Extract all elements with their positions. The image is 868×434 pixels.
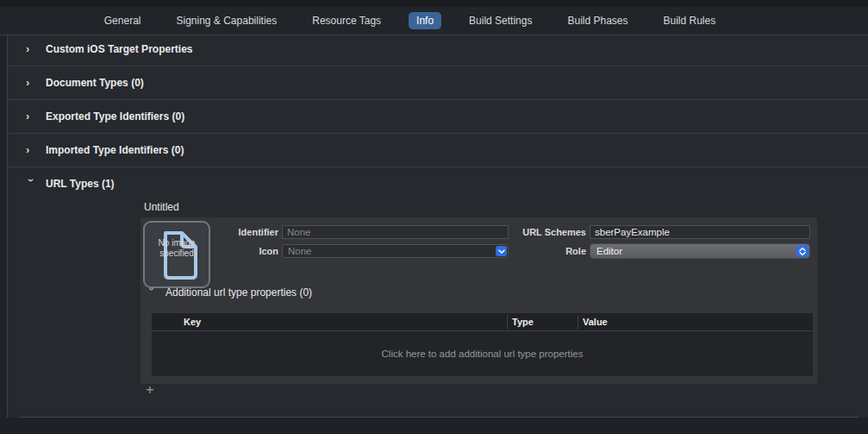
tab-general[interactable]: General — [97, 12, 149, 29]
url-schemes-input[interactable] — [590, 225, 810, 239]
add-url-type-button[interactable]: + — [143, 382, 157, 398]
section-imported-type-identifiers[interactable]: › Imported Type Identifiers (0) — [8, 133, 868, 167]
column-header-value: Value — [583, 313, 608, 331]
role-label: Role — [483, 245, 586, 258]
tab-info[interactable]: Info — [409, 12, 441, 29]
chevron-right-icon: › — [26, 43, 38, 54]
section-exported-type-identifiers[interactable]: › Exported Type Identifiers (0) — [8, 99, 868, 133]
no-image-specified-label: No image specified — [145, 238, 209, 259]
editor-left-gutter — [0, 35, 7, 434]
tab-signing-capabilities[interactable]: Signing & Capabilities — [168, 12, 284, 29]
role-popup-button[interactable]: Editor — [590, 243, 810, 259]
chevron-down-icon: › — [146, 287, 158, 298]
section-url-types[interactable]: › URL Types (1) — [8, 167, 868, 200]
window-top-strip — [0, 0, 868, 7]
table-header-row: Key Type Value — [152, 313, 813, 331]
section-custom-ios-target-properties[interactable]: › Custom iOS Target Properties — [8, 32, 868, 66]
section-label: Exported Type Identifiers (0) — [46, 110, 184, 123]
icon-combo-value: None — [288, 246, 312, 256]
section-label: Imported Type Identifiers (0) — [46, 144, 184, 156]
section-label: Document Types (0) — [46, 77, 144, 89]
chevron-right-icon: › — [26, 77, 38, 88]
identifier-label: Identifier — [141, 226, 278, 239]
chevron-down-icon: › — [26, 179, 37, 191]
chevron-right-icon: › — [26, 110, 38, 122]
chevron-right-icon: › — [26, 144, 38, 155]
tab-build-rules[interactable]: Build Rules — [656, 12, 724, 29]
section-label: URL Types (1) — [46, 178, 115, 190]
column-header-type: Type — [512, 313, 534, 331]
icon-combo-box[interactable]: None — [282, 244, 509, 258]
url-type-editor-card: No image specified Identifier Icon None … — [141, 217, 817, 384]
bottom-bar — [0, 418, 868, 434]
up-down-chevrons-icon — [796, 245, 809, 257]
additional-url-type-properties-disclosure[interactable]: › Additional url type properties (0) — [147, 286, 312, 299]
column-divider — [578, 315, 578, 330]
role-popup-value: Editor — [596, 246, 622, 256]
section-label: Custom iOS Target Properties — [46, 43, 192, 55]
column-header-key: Key — [184, 313, 201, 331]
column-divider — [507, 315, 508, 330]
tab-build-phases[interactable]: Build Phases — [559, 12, 635, 29]
tab-build-settings[interactable]: Build Settings — [461, 12, 540, 29]
url-type-item-name: Untitled — [144, 201, 179, 213]
url-schemes-label: URL Schemes — [483, 226, 586, 239]
additional-properties-table: Key Type Value Click here to add additio… — [152, 313, 813, 377]
tab-resource-tags[interactable]: Resource Tags — [304, 12, 389, 29]
empty-table-message: Click here to add additional url type pr… — [382, 349, 584, 359]
table-empty-area[interactable]: Click here to add additional url type pr… — [152, 331, 813, 376]
section-document-types[interactable]: › Document Types (0) — [8, 66, 868, 99]
identifier-input[interactable] — [282, 225, 509, 239]
additional-properties-label: Additional url type properties (0) — [165, 286, 312, 299]
